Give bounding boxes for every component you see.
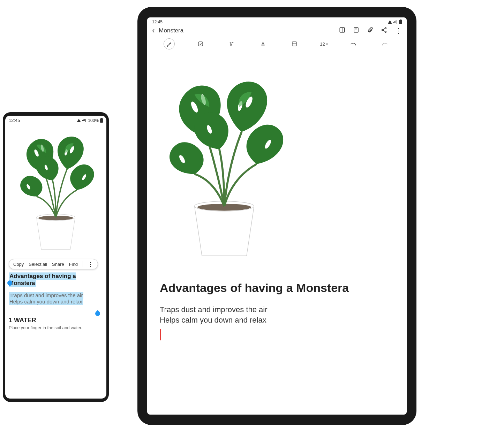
header-actions: ⋮: [339, 26, 402, 35]
align-tool-icon[interactable]: [289, 38, 300, 49]
phone-note-text-area[interactable]: Copy Select all Share Find ⋯ Advantages …: [5, 256, 106, 330]
tablet-note-heading[interactable]: Advantages of having a Monstera: [160, 281, 394, 295]
wifi-icon: [77, 119, 81, 122]
editor-toolbar: 12 ▾: [147, 37, 407, 53]
context-share[interactable]: Share: [52, 262, 64, 267]
phone-note-line2[interactable]: Helps calm you down and relax: [9, 298, 83, 305]
battery-icon: [399, 20, 402, 24]
context-find[interactable]: Find: [69, 262, 78, 267]
chevron-down-icon: ▾: [326, 42, 328, 46]
wifi-icon: [388, 20, 392, 24]
undo-icon[interactable]: [348, 38, 359, 49]
context-select-all[interactable]: Select all: [29, 262, 47, 267]
selection-handle-end[interactable]: [94, 310, 101, 317]
signal-icon: [393, 20, 398, 24]
tablet-note-content[interactable]: Advantages of having a Monstera Traps du…: [147, 53, 407, 415]
tablet-status-icons: [388, 20, 402, 24]
phone-device: 12:45 100% Copy Select all Share Find ⋯ …: [3, 112, 109, 402]
svg-rect-20: [198, 42, 203, 46]
phone-time: 12:45: [9, 118, 20, 123]
text-color-tool-icon[interactable]: [257, 38, 269, 49]
context-divider: [83, 261, 83, 267]
tablet-note-line2: Helps calm you down and relax: [160, 315, 394, 325]
tablet-status-bar: 12:45: [147, 17, 407, 25]
font-size-selector[interactable]: 12 ▾: [320, 41, 328, 47]
phone-note-heading[interactable]: Advantages of having a Monstera: [9, 272, 76, 287]
tablet-note-body[interactable]: Traps dust and improves the air Helps ca…: [160, 304, 394, 325]
text-context-menu: Copy Select all Share Find ⋯: [9, 259, 98, 269]
phone-note-image: [5, 124, 106, 256]
phone-screen: 12:45 100% Copy Select all Share Find ⋯ …: [5, 116, 106, 399]
page-layout-icon[interactable]: [339, 27, 345, 35]
battery-text: 100%: [88, 118, 99, 123]
handwriting-tool-icon[interactable]: [164, 38, 175, 49]
reader-mode-icon[interactable]: [353, 27, 359, 35]
tablet-screen: 12:45 ‹ Monstera: [147, 17, 407, 415]
svg-line-19: [383, 30, 385, 31]
phone-section-water: 1 WATER Place your finger in the soil an…: [9, 317, 103, 330]
svg-rect-22: [292, 42, 296, 46]
checklist-tool-icon[interactable]: [195, 38, 206, 49]
phone-note-line1[interactable]: Traps dust and improves the air: [9, 292, 83, 299]
phone-section-title: 1 WATER: [9, 317, 103, 324]
tablet-app-header: ‹ Monstera ⋮: [147, 25, 407, 37]
tablet-note-line1: Traps dust and improves the air: [160, 304, 394, 315]
redo-icon[interactable]: [379, 38, 390, 49]
svg-line-18: [383, 28, 385, 30]
battery-icon: [100, 118, 103, 123]
tablet-device: 12:45 ‹ Monstera: [137, 7, 416, 425]
signal-icon: [82, 119, 86, 122]
phone-status-bar: 12:45 100%: [5, 116, 106, 124]
text-style-tool-icon[interactable]: [226, 38, 237, 49]
font-size-value: 12: [320, 41, 325, 47]
phone-section-body: Place your finger in the soil and water.: [9, 325, 103, 330]
context-copy[interactable]: Copy: [13, 262, 24, 267]
attachment-icon[interactable]: [367, 27, 373, 35]
note-title[interactable]: Monstera: [159, 27, 335, 34]
tablet-note-image[interactable]: [160, 57, 394, 266]
phone-status-icons: 100%: [77, 118, 103, 123]
tablet-time: 12:45: [152, 20, 163, 24]
context-more-icon[interactable]: ⋯: [89, 261, 92, 267]
text-cursor: [160, 329, 161, 340]
back-button[interactable]: ‹: [152, 27, 155, 34]
more-icon[interactable]: ⋮: [395, 26, 402, 35]
share-icon[interactable]: [381, 27, 387, 35]
